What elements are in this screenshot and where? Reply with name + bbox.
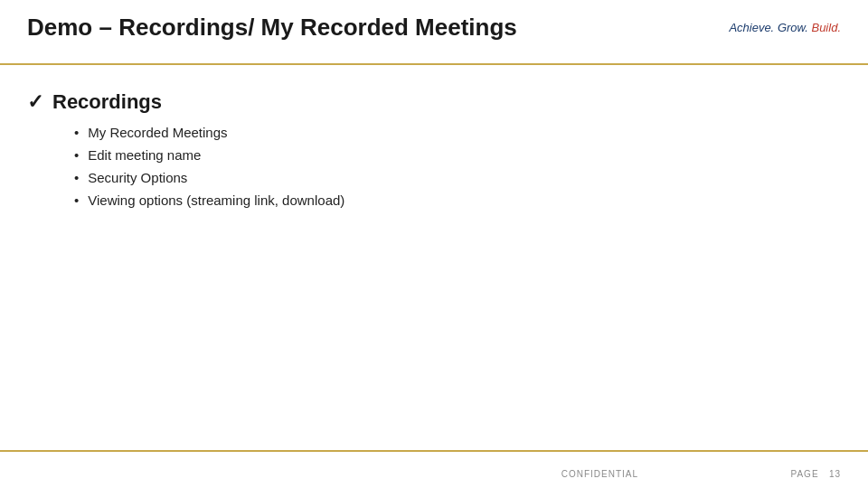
tagline-grow: Grow.	[778, 21, 808, 34]
section-title: Recordings	[52, 90, 162, 114]
footer-page-label: PAGE	[791, 469, 819, 479]
footer-page: PAGE 13	[791, 469, 842, 479]
list-item: Security Options	[74, 170, 841, 185]
tagline-build: Build.	[811, 21, 841, 34]
section-header: ✓ Recordings	[27, 90, 841, 114]
tagline: Achieve. Grow. Build.	[729, 21, 841, 34]
footer-page-number: 13	[829, 469, 841, 479]
slide: Demo – Recordings/ My Recorded Meetings …	[0, 0, 868, 488]
header: Demo – Recordings/ My Recorded Meetings …	[27, 14, 841, 42]
checkmark-icon: ✓	[27, 90, 43, 114]
tagline-achieve: Achieve.	[729, 21, 774, 34]
main-content: ✓ Recordings My Recorded MeetingsEdit me…	[27, 77, 841, 215]
bullet-list: My Recorded MeetingsEdit meeting nameSec…	[74, 125, 841, 208]
list-item: Viewing options (streaming link, downloa…	[74, 192, 841, 208]
list-item: My Recorded Meetings	[74, 125, 841, 140]
footer-confidential: CONFIDENTIAL	[409, 469, 790, 479]
page-title: Demo – Recordings/ My Recorded Meetings	[27, 14, 517, 42]
list-item: Edit meeting name	[74, 147, 841, 163]
footer: CONFIDENTIAL PAGE 13	[0, 469, 868, 479]
top-divider	[0, 63, 868, 65]
bottom-divider	[0, 450, 868, 452]
